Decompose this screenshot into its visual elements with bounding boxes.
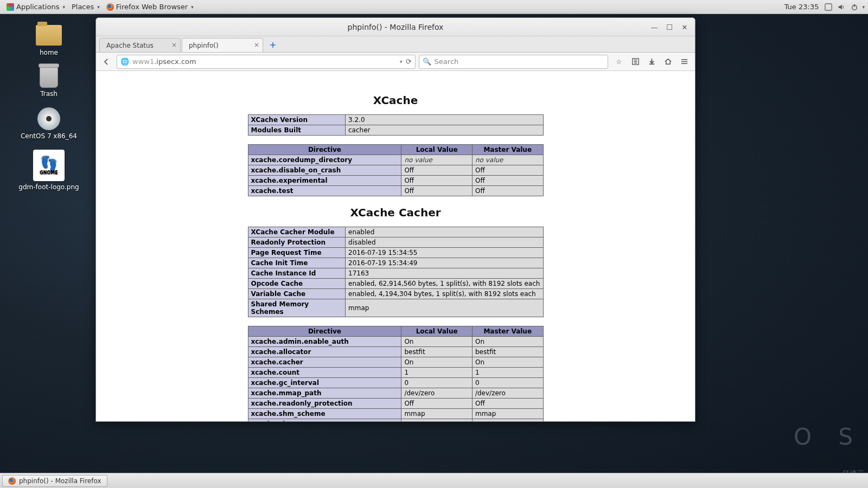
page-content[interactable]: XCache XCache Version3.2.0Modules Builtc… [96,71,695,421]
firefox-window: phpinfo() - Mozilla Firefox — ☐ ✕ Apache… [95,17,695,422]
power-icon[interactable] [850,3,859,11]
table-row: xcache.cacherOnOn [248,357,543,368]
volume-icon[interactable] [837,3,846,11]
table-row: xcache.admin.enable_authOnOn [248,337,543,347]
firefox-icon [106,3,114,11]
table-row: XCache Cacher Moduleenabled [248,227,543,237]
svg-rect-0 [825,3,832,10]
new-tab-button[interactable]: + [266,39,279,51]
bookmark-star-icon[interactable]: ☆ [614,56,624,67]
table-row: xcache.size60M60M [248,419,543,422]
window-titlebar[interactable]: phpinfo() - Mozilla Firefox — ☐ ✕ [96,18,695,36]
tab-apache-status[interactable]: Apache Status× [99,38,181,52]
reader-view-icon[interactable] [630,56,641,67]
table-row: Opcode Cacheenabled, 62,914,560 bytes, 1… [248,279,543,289]
table-row: Modules Builtcacher [248,125,543,136]
centos-disc-icon[interactable]: CentOS 7 x86_64 [11,107,87,140]
globe-icon: 🌐 [120,57,129,66]
search-bar[interactable]: 🔍 Search [419,55,608,69]
gnome-top-panel: Applications▾ Places▾ Firefox Web Browse… [0,0,868,14]
active-app-menu[interactable]: Firefox Web Browser▾ [103,3,197,11]
browser-navbar: 🌐 www1.ipsecx.com ▾⟳ 🔍 Search ☆ [96,53,695,71]
close-icon[interactable]: × [171,41,177,49]
table-header-row: DirectiveLocal ValueMaster Value [248,326,543,337]
close-icon[interactable]: × [254,41,259,49]
hamburger-menu-icon[interactable] [679,56,690,67]
window-title: phpinfo() - Mozilla Firefox [348,23,444,31]
table-row: xcache.allocatorbestfitbestfit [248,347,543,357]
desktop-icons: home Trash CentOS 7 x86_64 👣GNOMEgdm-foo… [11,22,87,201]
xcache-info-table: XCache Version3.2.0Modules Builtcacher [248,114,544,136]
back-button[interactable] [99,55,113,69]
table-row: xcache.coredump_directoryno valueno valu… [248,155,543,165]
firefox-icon [8,477,16,485]
close-button[interactable]: ✕ [678,21,692,33]
table-row: XCache Version3.2.0 [248,115,543,125]
os-watermark: O S [794,423,863,450]
system-menu-arrow[interactable]: ▾ [862,4,865,10]
table-row: Readonly Protectiondisabled [248,237,543,248]
search-placeholder: Search [435,57,459,66]
section-title-xcache-cacher: XCache Cacher [96,206,695,219]
bottom-taskbar: phpinfo() - Mozilla Firefox [0,473,868,488]
table-row: Cache Instance Id17163 [248,268,543,279]
reload-button[interactable]: ⟳ [406,57,412,66]
table-row: Shared Memory Schemesmmap [248,299,543,317]
table-row: xcache.readonly_protectionOffOff [248,399,543,409]
clock[interactable]: Tue 23:35 [781,3,822,11]
home-folder-icon[interactable]: home [11,25,87,56]
url-bar[interactable]: 🌐 www1.ipsecx.com ▾⟳ [117,55,416,69]
table-row: Page Request Time2016-07-19 15:34:55 [248,248,543,258]
maximize-button[interactable]: ☐ [662,21,676,33]
section-title-xcache: XCache [96,94,695,107]
downloads-icon[interactable] [646,56,657,67]
table-row: xcache.experimentalOffOff [248,176,543,186]
minimize-button[interactable]: — [647,21,661,33]
accessibility-icon[interactable] [824,3,833,11]
places-menu[interactable]: Places▾ [68,3,103,11]
table-row: xcache.disable_on_crashOffOff [248,165,543,176]
dropdown-icon[interactable]: ▾ [400,59,403,65]
xcache-directives-table: DirectiveLocal ValueMaster Valuexcache.c… [248,144,544,196]
trash-icon[interactable]: Trash [11,66,87,98]
table-row: xcache.gc_interval00 [248,378,543,388]
taskbar-firefox-button[interactable]: phpinfo() - Mozilla Firefox [2,475,107,487]
table-row: Variable Cacheenabled, 4,194,304 bytes, … [248,289,543,299]
table-row: xcache.shm_schememmapmmap [248,409,543,419]
home-icon[interactable] [662,56,673,67]
tab-phpinfo[interactable]: phpinfo()× [182,38,263,52]
table-header-row: DirectiveLocal ValueMaster Value [248,145,543,155]
applications-menu[interactable]: Applications▾ [3,3,68,11]
gnome-logo-file-icon[interactable]: 👣GNOMEgdm-foot-logo.png [11,150,87,191]
url-text: www1.ipsecx.com [132,57,397,66]
xcache-cacher-info-table: XCache Cacher ModuleenabledReadonly Prot… [248,227,544,317]
table-row: Cache Init Time2016-07-19 15:34:49 [248,258,543,268]
xcache-cacher-directives-table: DirectiveLocal ValueMaster Valuexcache.a… [248,326,544,421]
search-icon: 🔍 [423,57,431,66]
table-row: xcache.count11 [248,368,543,378]
browser-tabbar: Apache Status× phpinfo()× + [96,36,695,53]
table-row: xcache.testOffOff [248,186,543,196]
table-row: xcache.mmap_path/dev/zero/dev/zero [248,388,543,399]
